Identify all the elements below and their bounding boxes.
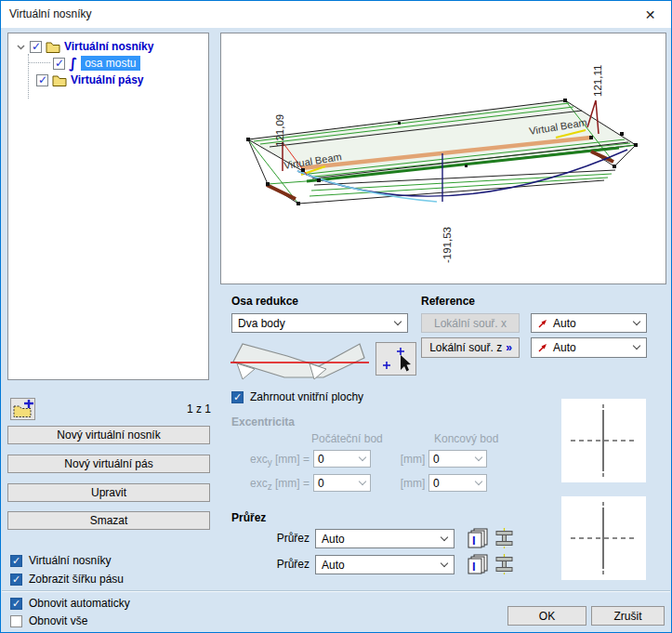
include-inner-surfaces-label: Zahrnout vnitřní plochy	[250, 390, 363, 403]
refresh-all-label: Obnovit vše	[29, 614, 87, 627]
reference-title: Reference	[421, 295, 475, 308]
refresh-auto-checkbox[interactable]	[10, 598, 22, 610]
show-virtual-beams-row[interactable]: Virtuální nosníky	[10, 554, 112, 567]
dimension-label-right: 121,11	[592, 65, 603, 97]
exc-z-unit: [mm]	[395, 477, 430, 490]
footer-separator	[2, 590, 670, 592]
refresh-auto-row[interactable]: Obnovit automaticky	[10, 597, 130, 610]
cross-section-label-1: Průřez	[257, 532, 310, 545]
list-counter: 1 z 1	[131, 402, 211, 415]
eccentricity-title: Excentricita	[231, 415, 295, 429]
show-strip-width-checkbox[interactable]	[10, 574, 22, 586]
reduction-axis-schematic	[230, 337, 371, 382]
reference-z-select[interactable]: Auto	[531, 337, 647, 358]
new-virtual-strip-button[interactable]: Nový virtuální pás	[7, 455, 210, 473]
model-3d-viewport[interactable]: 121,09 121,11 -191,53 Virtual Beam Virtu…	[220, 33, 666, 284]
tree-item-virtual-beams[interactable]: Virtuální nosníky	[16, 38, 153, 55]
tree-checkbox[interactable]	[36, 74, 48, 86]
exc-y-start-value: 0	[318, 453, 324, 466]
folder-icon	[52, 74, 67, 86]
show-virtual-beams-label: Virtuální nosníky	[29, 554, 112, 567]
tree-item-label[interactable]: Virtuální nosníky	[64, 40, 153, 53]
end-point-header: Koncový bod	[434, 432, 498, 445]
refresh-all-row[interactable]: Obnovit vše	[10, 614, 87, 627]
pick-points-icon	[380, 346, 412, 372]
reduction-axis-value: Dva body	[238, 317, 285, 330]
cross-section-value-1: Auto	[322, 533, 345, 546]
virtual-beams-tree[interactable]: Virtuální nosníky ∫ osa mostu Virtuální …	[7, 33, 209, 380]
local-coord-x-button: Lokální souř. x	[421, 313, 520, 333]
local-coord-x-label: Lokální souř. x	[434, 317, 507, 330]
svg-text:I: I	[472, 534, 476, 547]
cross-section-label-2: Průřez	[257, 558, 310, 571]
tree-checkbox[interactable]	[30, 41, 42, 53]
chevron-down-icon	[633, 342, 640, 349]
tree-checkbox[interactable]	[53, 58, 65, 70]
svg-text:I: I	[472, 560, 476, 574]
exc-y-end-value: 0	[433, 453, 440, 466]
dimension-label-left: 121,09	[274, 114, 285, 147]
double-arrow-icon: »	[506, 341, 511, 354]
include-inner-surfaces-checkbox[interactable]	[231, 391, 244, 403]
tree-item-label-selected[interactable]: osa mostu	[81, 56, 139, 71]
cancel-button[interactable]: Zrušit	[591, 606, 665, 626]
section-preview-top	[561, 399, 646, 482]
show-strip-width-row[interactable]: Zobrazit šířku pásu	[10, 573, 124, 586]
chevron-down-icon	[359, 453, 366, 460]
beam-axis-icon: ∫	[69, 58, 77, 70]
tree-item-osa-mostu[interactable]: ∫ osa mostu	[53, 55, 140, 72]
chevron-down-icon	[394, 317, 402, 324]
cross-section-title: Průřez	[231, 511, 266, 524]
exc-y-start-input[interactable]: 0	[313, 450, 371, 468]
close-icon[interactable]: ✕	[629, 1, 671, 28]
dimension-label-mid: -191,53	[441, 227, 453, 263]
reference-x-select[interactable]: Auto	[531, 313, 647, 333]
chevron-down-icon	[441, 559, 448, 566]
window-title: Virtuální nosníky	[9, 7, 92, 20]
ok-button[interactable]: OK	[507, 606, 586, 626]
exc-z-end-value: 0	[433, 477, 440, 490]
new-folder-icon	[12, 400, 34, 419]
cross-section-value-2: Auto	[322, 559, 345, 572]
edit-button[interactable]: Upravit	[7, 483, 210, 502]
chevron-down-icon[interactable]	[16, 42, 26, 52]
bridge-deck-drawing: 121,09 121,11 -191,53 Virtual Beam Virtu…	[221, 33, 665, 284]
cross-section-select-1[interactable]: Auto	[315, 529, 455, 548]
exc-z-start-value: 0	[318, 477, 324, 490]
local-coord-z-button[interactable]: Lokální souř. z »	[421, 337, 520, 358]
section-preview-bottom	[561, 496, 646, 580]
new-folder-button[interactable]	[10, 398, 35, 420]
refresh-all-checkbox[interactable]	[10, 615, 22, 627]
tree-item-virtual-strips[interactable]: Virtuální pásy	[36, 72, 143, 88]
reference-x-value: Auto	[553, 317, 576, 330]
exc-z-start-input[interactable]: 0	[313, 474, 371, 492]
virtual-beams-dialog: Virtuální nosníky ✕ Virtuální nosníky ∫ …	[0, 0, 672, 633]
chevron-down-icon	[475, 453, 482, 460]
new-virtual-beam-button[interactable]: Nový virtuální nosník	[7, 426, 210, 444]
folder-icon	[46, 41, 60, 53]
reduction-axis-select[interactable]: Dva body	[231, 313, 408, 333]
chevron-down-icon	[441, 533, 448, 540]
show-strip-width-label: Zobrazit šířku pásu	[29, 573, 124, 586]
pick-points-button[interactable]	[376, 342, 416, 376]
section-library-icon[interactable]: I	[468, 528, 489, 548]
section-library-icon[interactable]: I	[468, 554, 489, 574]
i-section-icon[interactable]	[494, 554, 515, 574]
red-arrow-icon	[537, 318, 548, 329]
tree-connector	[28, 62, 50, 63]
exc-z-end-input[interactable]: 0	[428, 474, 487, 492]
exc-y-end-input[interactable]: 0	[428, 450, 487, 468]
refresh-auto-label: Obnovit automaticky	[29, 597, 130, 610]
exc-y-label: excy [mm] =	[230, 453, 310, 468]
i-section-icon[interactable]	[494, 528, 515, 548]
include-inner-surfaces-row[interactable]: Zahrnout vnitřní plochy	[231, 390, 363, 403]
chevron-down-icon	[475, 477, 482, 484]
tree-item-label[interactable]: Virtuální pásy	[71, 73, 143, 86]
start-point-header: Počáteční bod	[311, 432, 383, 445]
show-virtual-beams-checkbox[interactable]	[10, 555, 22, 567]
cross-section-select-2[interactable]: Auto	[315, 555, 455, 574]
chevron-down-icon	[633, 317, 640, 324]
reduction-axis-title: Osa redukce	[231, 295, 298, 308]
delete-button[interactable]: Smazat	[7, 511, 210, 530]
chevron-down-icon	[359, 477, 366, 484]
